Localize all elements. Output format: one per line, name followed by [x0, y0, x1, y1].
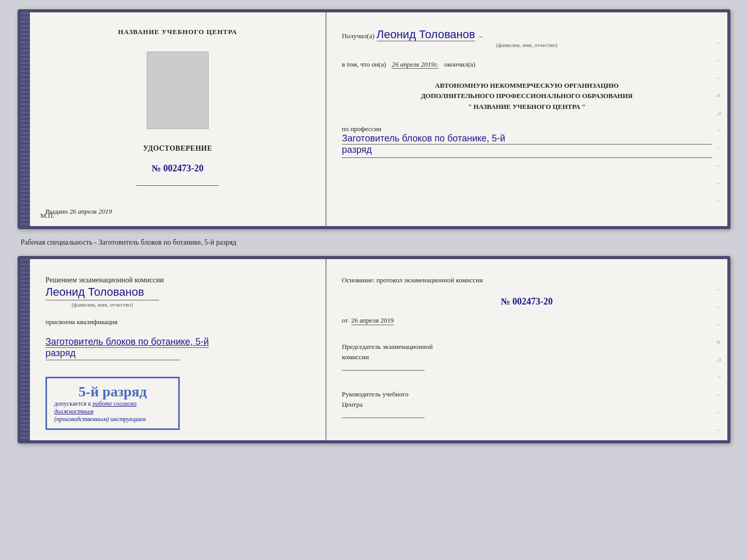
doc1-fio-label: (фамилия, имя, отчество) [342, 42, 712, 48]
doc1-date-block: в том, что он(а) 26 апреля 2019г. окончи… [342, 59, 712, 70]
doc2-komissia-name: Леонид Толованов [45, 285, 164, 299]
doc2-rukov-line2: Центра [342, 399, 712, 410]
doc2-ot-prefix: от [342, 316, 348, 325]
doc2-chairman-line1: Председатель экзаменационной [342, 342, 712, 352]
doc1-profession-block: по профессии Заготовитель блоков по бота… [342, 125, 712, 159]
doc2-name-line [45, 300, 159, 300]
doc1-razryad-value: разряд [342, 145, 712, 155]
doc2-razryad-line [45, 360, 180, 360]
doc2-right-panel: Основание: протокол экзаменационной коми… [326, 259, 727, 440]
doc2-komissia-block: Решением экзаменационной комиссии Леонид… [45, 275, 164, 308]
doc2-razryad-value: разряд [45, 348, 209, 359]
doc2-fio-label: (фамилия, имя, отчество) [45, 301, 159, 308]
photo-placeholder [147, 52, 209, 129]
doc2-kvali-block: Заготовитель блоков по ботанике, 5-й раз… [45, 337, 209, 361]
doc-spine-1 [21, 12, 30, 226]
doc2-rukov-sig [342, 418, 425, 418]
doc2-left-panel: Решением экзаменационной комиссии Леонид… [30, 259, 326, 440]
doc1-org-line3: " НАЗВАНИЕ УЧЕБНОГО ЦЕНТРА " [342, 102, 712, 113]
doc2-chairman-line2: комиссии [342, 352, 712, 362]
doc1-dash1: – [479, 32, 483, 40]
doc1-issued-date: 26 апреля 2019 [70, 207, 112, 215]
doc1-org-line1: АВТОНОМНУЮ НЕКОММЕРЧЕСКУЮ ОРГАНИЗАЦИЮ [342, 81, 712, 91]
doc2-right-dashes: – – – и ,а ← – – – – [716, 285, 723, 451]
doc2-dopusk-label: допускается к [54, 400, 91, 407]
doc2-ot-date: 26 апреля 2019 [351, 316, 394, 325]
doc1-cert-number: № 002473-20 [152, 163, 204, 174]
doc1-date-prefix: в том, что он(а) [342, 60, 386, 68]
doc2-komissia-prefix: Решением экзаменационной комиссии [45, 275, 164, 285]
doc1-right-panel: Получил(а) Леонид Толованов – (фамилия, … [326, 12, 727, 226]
doc2-stamp-rank: 5-й разряд [54, 383, 171, 400]
doc1-recipient-block: Получил(а) Леонид Толованов – (фамилия, … [342, 28, 712, 48]
doc1-cert-label: УДОСТОВЕРЕНИЕ [143, 145, 212, 153]
mp-label: М.П. [40, 212, 54, 220]
document-card-1: НАЗВАНИЕ УЧЕБНОГО ЦЕНТРА УДОСТОВЕРЕНИЕ №… [18, 9, 730, 229]
doc1-prof-label: по профессии [342, 125, 712, 133]
doc-spine-2 [21, 259, 30, 440]
doc2-ot-block: от 26 апреля 2019 [342, 316, 712, 325]
doc2-osnov: Основание: протокол экзаменационной коми… [342, 275, 712, 286]
doc2-stamp-box: 5-й разряд допускается к работе согласно… [45, 377, 180, 430]
doc2-chairman-block: Председатель экзаменационной комиссии [342, 342, 712, 372]
doc1-sig-line [136, 185, 219, 186]
doc2-chairman-sig [342, 370, 425, 371]
doc1-org-block: АВТОНОМНУЮ НЕКОММЕРЧЕСКУЮ ОРГАНИЗАЦИЮ ДО… [342, 81, 712, 113]
doc1-org-line2: ДОПОЛНИТЕЛЬНОГО ПРОФЕССИОНАЛЬНОГО ОБРАЗО… [342, 91, 712, 102]
doc2-rukov-block: Руководитель учебного Центра [342, 389, 712, 419]
doc1-school-title: НАЗВАНИЕ УЧЕБНОГО ЦЕНТРА [118, 28, 238, 36]
doc1-date-suffix: окончил(а) [444, 60, 475, 68]
doc2-kvali-value: Заготовитель блоков по ботанике, 5-й [45, 337, 209, 348]
doc1-issued-line: Выдано 26 апреля 2019 [45, 207, 112, 216]
doc1-left-panel: НАЗВАНИЕ УЧЕБНОГО ЦЕНТРА УДОСТОВЕРЕНИЕ №… [30, 12, 326, 226]
document-card-2: Решением экзаменационной комиссии Леонид… [18, 256, 730, 443]
doc2-stamp-instr: (производственным) инструкциям [54, 415, 171, 423]
doc1-recipient-name: Леонид Толованов [377, 28, 475, 41]
doc1-prof-value: Заготовитель блоков по ботанике, 5-й [342, 133, 712, 145]
doc2-prisvoena: присвоена квалификация [45, 318, 117, 326]
doc1-recipient-prefix: Получил(а) [342, 32, 375, 40]
doc2-stamp-dopusk: допускается к работе согласно должностны… [54, 400, 171, 415]
doc2-rukov-line1: Руководитель учебного [342, 389, 712, 399]
doc1-razryad-line [342, 157, 712, 158]
separator-text: Рабочая специальность - Заготовитель бло… [15, 238, 236, 247]
doc1-right-dashes: – – – и ,а ← – – – – [716, 38, 723, 204]
doc2-proto-number: № 002473-20 [342, 296, 712, 307]
doc1-date-value: 26 апреля 2019г. [392, 60, 438, 69]
